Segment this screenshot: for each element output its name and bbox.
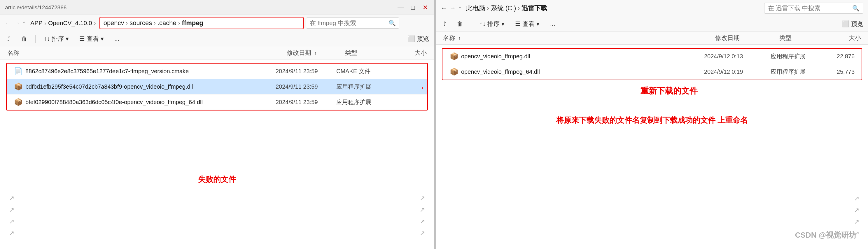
right-sort-icon: ↑↓ <box>479 21 486 27</box>
right-placeholder-arrow2: ↗ <box>854 207 859 214</box>
right-bc-thunder[interactable]: 迅雷下载 <box>522 4 547 12</box>
right-view-button[interactable]: ☰ 查看 ▾ <box>513 19 542 29</box>
delete-button[interactable]: 🗑 <box>19 34 29 43</box>
right-placeholder-arrow3: ↗ <box>854 218 859 226</box>
right-header-type[interactable]: 类型 <box>779 34 832 42</box>
file-name: 8862c87496e2e8c375965e1277dee1c7-ffmpeg_… <box>25 68 273 75</box>
table-row[interactable]: 📦 bfef029900f788480a363d6dc05c4f0e-openc… <box>7 94 427 110</box>
right-header-size[interactable]: 大小 <box>832 34 861 42</box>
minimize-button[interactable]: — <box>397 4 405 11</box>
right-sort-chevron-icon: ▾ <box>501 21 504 27</box>
bc-sources[interactable]: sources <box>129 19 152 27</box>
left-breadcrumb-pre: APP › OpenCV_4.10.0 › <box>30 20 96 27</box>
bc-opencv[interactable]: opencv <box>103 19 124 27</box>
title-bar: article/details/124472866 — □ ✕ <box>0 0 434 15</box>
right-search-box[interactable]: 🔍 <box>764 3 863 14</box>
file-icon: 📦 <box>14 82 23 91</box>
placeholder-arrow3: ↗ <box>9 218 14 225</box>
share-icon: ⤴ <box>7 35 10 42</box>
right-trash-icon: 🗑 <box>457 21 463 27</box>
arrow-icon: ← <box>420 82 429 93</box>
bc-sep1: › <box>126 20 128 26</box>
right-header-name[interactable]: 名称 ↑ <box>443 34 715 42</box>
right-delete-button[interactable]: 🗑 <box>455 19 465 29</box>
right-bc-sysc[interactable]: 系统 (C:) <box>491 4 516 12</box>
bc-cache[interactable]: .cache <box>157 19 177 27</box>
watermark: CSDN @视觉研坊 <box>795 230 856 240</box>
right-search-input[interactable] <box>768 5 850 12</box>
back-icon[interactable]: ← <box>5 19 11 27</box>
table-row[interactable]: 📄 8862c87496e2e8c375965e1277dee1c7-ffmpe… <box>7 64 427 79</box>
title-bar-path: article/details/124472866 <box>5 4 397 11</box>
left-bc-opencv4[interactable]: OpenCV_4.10.0 <box>48 20 92 27</box>
sort-button[interactable]: ↑↓ 排序 ▾ <box>41 34 71 44</box>
instruction-label: 将原来下载失败的文件名复制到下载成功的文件 上重命名 <box>445 115 859 126</box>
right-preview-toggle[interactable]: ⬜ 预览 <box>842 20 863 28</box>
forward-icon[interactable]: → <box>14 19 20 27</box>
file-date: 2024/9/11 23:59 <box>276 68 334 75</box>
file-name: bdfbd1efb295f3e54c07d2cb7a843bf9-opencv_… <box>25 83 273 90</box>
right-file-list-header: 名称 ↑ 修改日期 类型 大小 <box>436 31 868 44</box>
bc-ffmpeg[interactable]: ffmpeg <box>182 19 203 27</box>
file-type: 应用程序扩展 <box>336 98 389 106</box>
files-border-box: 📄 8862c87496e2e8c375965e1277dee1c7-ffmpe… <box>6 63 428 111</box>
up-icon[interactable]: ↑ <box>23 19 26 27</box>
share-button[interactable]: ⤴ <box>5 34 13 43</box>
instruction-annotation: 将原来下载失败的文件名复制到下载成功的文件 上重命名 <box>445 115 859 126</box>
right-file-name1: opencv_videoio_ffmpeg.dll <box>461 53 702 60</box>
right-nav-arrows: ← → ↑ <box>441 4 461 12</box>
view-icon: ☰ <box>79 35 85 42</box>
table-row[interactable]: 📦 opencv_videoio_ffmpeg.dll 2024/9/12 0:… <box>442 49 862 64</box>
header-name[interactable]: 名称 <box>7 49 287 57</box>
right-more-button[interactable]: ... <box>548 19 558 29</box>
more-label: ... <box>114 35 120 42</box>
right-forward-icon[interactable]: → <box>450 4 456 12</box>
header-size[interactable]: 大小 <box>398 49 427 57</box>
right-toolbar: ⤴ 🗑 ↑↓ 排序 ▾ ☰ 查看 ▾ ... ⬜ 预览 <box>436 16 868 31</box>
downloaded-annotation: 重新下载的文件 <box>641 86 698 96</box>
right-bc-thispc[interactable]: 此电脑 <box>466 4 485 12</box>
right-toolbar-sep1 <box>471 20 471 28</box>
right-back-icon[interactable]: ← <box>441 4 447 12</box>
left-bc-app[interactable]: APP <box>30 20 42 27</box>
table-row[interactable]: 📦 opencv_videoio_ffmpeg_64.dll 2024/9/12… <box>442 64 862 80</box>
sort-icon: ↑↓ <box>44 35 50 42</box>
right-file-date2: 2024/9/12 0:19 <box>704 68 768 75</box>
view-button[interactable]: ☰ 查看 ▾ <box>77 34 106 44</box>
right-header-date[interactable]: 修改日期 <box>715 34 779 42</box>
right-search-icon: 🔍 <box>852 5 860 12</box>
left-search-input[interactable] <box>310 20 386 27</box>
file-name: bfef029900f788480a363d6dc05c4f0e-opencv_… <box>25 99 273 105</box>
file-list-header: 名称 修改日期 ↑ 类型 大小 <box>0 46 434 60</box>
file-type: CMAKE 文件 <box>336 67 389 75</box>
sort-label: 排序 <box>52 35 64 43</box>
right-file-icon1: 📦 <box>450 52 459 61</box>
right-file-name2: opencv_videoio_ffmpeg_64.dll <box>461 68 702 75</box>
right-more-label: ... <box>550 21 555 27</box>
right-share-icon: ⤴ <box>443 21 446 27</box>
close-button[interactable]: ✕ <box>422 4 429 11</box>
right-file-type1: 应用程序扩展 <box>771 53 823 60</box>
placeholder-arrow-r2: ↗ <box>420 206 425 214</box>
header-date[interactable]: 修改日期 ↑ <box>287 49 345 57</box>
header-type[interactable]: 类型 <box>345 49 398 57</box>
placeholder-arrow-r3: ↗ <box>420 218 425 225</box>
sort-arrow-icon: ↑ <box>314 50 317 56</box>
right-sort-button[interactable]: ↑↓ 排序 ▾ <box>477 19 507 29</box>
right-up-icon[interactable]: ↑ <box>458 4 461 12</box>
bc-sep2: › <box>154 20 156 26</box>
title-bar-controls: — □ ✕ <box>397 4 429 11</box>
trash-icon: 🗑 <box>21 35 27 42</box>
right-share-button[interactable]: ⤴ <box>441 19 448 29</box>
left-bc-sep2: › <box>94 20 96 27</box>
table-row[interactable]: 📦 bdfbd1efb295f3e54c07d2cb7a843bf9-openc… <box>7 79 427 94</box>
left-search-box[interactable]: 🔍 <box>306 18 399 29</box>
more-button[interactable]: ... <box>112 34 122 43</box>
preview-toggle[interactable]: ⬜ 预览 <box>407 35 429 43</box>
maximize-button[interactable]: □ <box>409 4 417 11</box>
placeholder-arrow-r4: ↗ <box>420 229 425 237</box>
right-address-bar: ← → ↑ 此电脑 › 系统 (C:) › 迅雷下载 🔍 <box>436 0 868 16</box>
left-file-explorer: article/details/124472866 — □ ✕ ← → ↑ AP… <box>0 0 434 249</box>
left-toolbar: ⤴ 🗑 ↑↓ 排序 ▾ ☰ 查看 ▾ ... ⬜ 预览 <box>0 31 434 46</box>
left-bc-sep1: › <box>44 20 46 27</box>
